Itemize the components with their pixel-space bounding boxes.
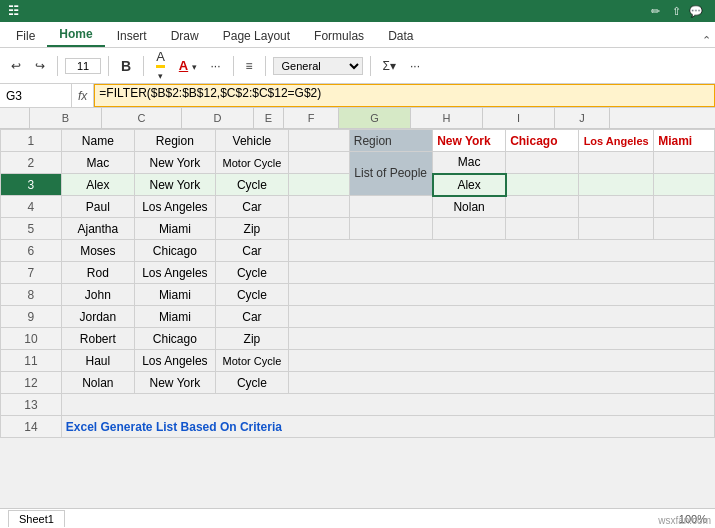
tab-draw[interactable]: Draw (159, 25, 211, 47)
col-header-j[interactable]: J (555, 108, 610, 128)
number-format-dropdown[interactable]: General (273, 57, 363, 75)
cell-h4[interactable] (506, 196, 579, 218)
chat-icon[interactable]: 💬 (689, 5, 703, 18)
cell-b3[interactable]: Alex (61, 174, 134, 196)
font-size-input[interactable] (65, 58, 101, 74)
cell-b8[interactable]: John (61, 284, 134, 306)
cell-h2[interactable] (506, 152, 579, 174)
redo-button[interactable]: ↪ (30, 57, 50, 75)
cell-b1[interactable]: Name (61, 130, 134, 152)
cell-c3[interactable]: New York (134, 174, 215, 196)
cell-c8[interactable]: Miami (134, 284, 215, 306)
cell-d9[interactable]: Car (215, 306, 288, 328)
col-header-e[interactable]: E (254, 108, 284, 128)
cell-f2-merged[interactable]: List of People (349, 152, 432, 196)
cell-j1[interactable]: Miami (654, 130, 715, 152)
cell-d6[interactable]: Car (215, 240, 288, 262)
bold-button[interactable]: B (116, 56, 136, 76)
cell-e3[interactable] (288, 174, 349, 196)
col-header-b[interactable]: B (30, 108, 102, 128)
cell-d1[interactable]: Vehicle (215, 130, 288, 152)
cell-b4[interactable]: Paul (61, 196, 134, 218)
cell-c2[interactable]: New York (134, 152, 215, 174)
cell-d10[interactable]: Zip (215, 328, 288, 350)
cell-e4[interactable] (288, 196, 349, 218)
col-header-f[interactable]: F (284, 108, 339, 128)
cell-b9[interactable]: Jordan (61, 306, 134, 328)
cell-b5[interactable]: Ajantha (61, 218, 134, 240)
col-header-g[interactable]: G (339, 108, 411, 128)
cell-j3[interactable] (654, 174, 715, 196)
col-header-i[interactable]: I (483, 108, 555, 128)
cell-c6[interactable]: Chicago (134, 240, 215, 262)
cell-c12[interactable]: New York (134, 372, 215, 394)
cell-g2[interactable]: Mac (433, 152, 506, 174)
align-left-button[interactable]: ≡ (241, 57, 258, 75)
cell-i3[interactable] (579, 174, 654, 196)
collapse-icon[interactable]: ⌃ (702, 34, 711, 47)
cell-e5[interactable] (288, 218, 349, 240)
cell-d3[interactable]: Cycle (215, 174, 288, 196)
cell-d7[interactable]: Cycle (215, 262, 288, 284)
cell-h5[interactable] (506, 218, 579, 240)
cell-c7[interactable]: Los Angeles (134, 262, 215, 284)
cell-c5[interactable]: Miami (134, 218, 215, 240)
cell-b2[interactable]: Mac (61, 152, 134, 174)
cell-g5[interactable] (433, 218, 506, 240)
cell-e2[interactable] (288, 152, 349, 174)
cell-i2[interactable] (579, 152, 654, 174)
cell-reference[interactable]: G3 (0, 84, 72, 107)
cell-g1[interactable]: New York (433, 130, 506, 152)
cell-c9[interactable]: Miami (134, 306, 215, 328)
tab-file[interactable]: File (4, 25, 47, 47)
cell-f5[interactable] (349, 218, 432, 240)
cell-d5[interactable]: Zip (215, 218, 288, 240)
tab-data[interactable]: Data (376, 25, 425, 47)
cell-d8[interactable]: Cycle (215, 284, 288, 306)
autosum-button[interactable]: Σ▾ (378, 57, 401, 75)
cell-b6[interactable]: Moses (61, 240, 134, 262)
cell-i5[interactable] (579, 218, 654, 240)
cell-j5[interactable] (654, 218, 715, 240)
col-header-c[interactable]: C (102, 108, 182, 128)
cell-i4[interactable] (579, 196, 654, 218)
cell-c4[interactable]: Los Angeles (134, 196, 215, 218)
more-options-button[interactable]: ··· (405, 57, 425, 75)
cell-d2[interactable]: Motor Cycle (215, 152, 288, 174)
cell-c1[interactable]: Region (134, 130, 215, 152)
cell-f4[interactable] (349, 196, 432, 218)
cell-h1[interactable]: Chicago (506, 130, 579, 152)
cell-h3[interactable] (506, 174, 579, 196)
cell-b10[interactable]: Robert (61, 328, 134, 350)
cell-d11[interactable]: Motor Cycle (215, 350, 288, 372)
tab-home[interactable]: Home (47, 23, 104, 47)
share-icon[interactable]: ⇧ (672, 5, 681, 18)
highlight-color-button[interactable]: A ▾ (151, 47, 170, 84)
cell-b7[interactable]: Rod (61, 262, 134, 284)
cell-b14-title[interactable]: Excel Generate List Based On Criteria (61, 416, 714, 438)
pen-icon[interactable]: ✏ (651, 5, 660, 18)
more-button[interactable]: ··· (206, 57, 226, 75)
font-color-button[interactable]: A ▾ (174, 56, 202, 75)
cell-c11[interactable]: Los Angeles (134, 350, 215, 372)
cell-d4[interactable]: Car (215, 196, 288, 218)
cell-g3[interactable]: Alex (433, 174, 506, 196)
cell-b12[interactable]: Nolan (61, 372, 134, 394)
undo-button[interactable]: ↩ (6, 57, 26, 75)
tab-insert[interactable]: Insert (105, 25, 159, 47)
formula-input[interactable]: =FILTER($B$2:$B$12,$C$2:$C$12=G$2) (94, 84, 715, 107)
cell-j2[interactable] (654, 152, 715, 174)
col-header-h[interactable]: H (411, 108, 483, 128)
cell-i1[interactable]: Los Angeles (579, 130, 654, 152)
tab-formulas[interactable]: Formulas (302, 25, 376, 47)
tab-page-layout[interactable]: Page Layout (211, 25, 302, 47)
sheet-tab-1[interactable]: Sheet1 (8, 510, 65, 527)
cell-c10[interactable]: Chicago (134, 328, 215, 350)
cell-j4[interactable] (654, 196, 715, 218)
cell-e1[interactable] (288, 130, 349, 152)
cell-b11[interactable]: Haul (61, 350, 134, 372)
cell-f1[interactable]: Region (349, 130, 432, 152)
cell-d12[interactable]: Cycle (215, 372, 288, 394)
col-header-d[interactable]: D (182, 108, 254, 128)
cell-g4[interactable]: Nolan (433, 196, 506, 218)
